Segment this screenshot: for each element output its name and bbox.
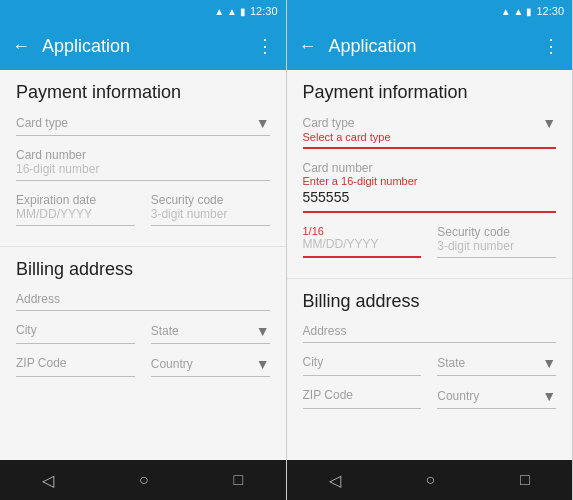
field-0-0[interactable]: Card type▼Select a card type <box>303 115 557 149</box>
back-nav-button[interactable]: ◁ <box>313 467 357 494</box>
field-label-1-2-col0: ZIP Code <box>303 388 422 402</box>
section-divider <box>287 278 573 279</box>
back-button[interactable]: ← <box>8 32 34 61</box>
signal-icon: ▲ <box>501 6 511 17</box>
field-label-0-0: Card type▼ <box>16 115 270 131</box>
section-title-0: Payment information <box>16 82 270 103</box>
field-1-1-col0[interactable]: City <box>16 323 135 344</box>
home-nav-button[interactable]: ○ <box>123 467 165 493</box>
battery-icon: ▮ <box>240 6 246 17</box>
field-label-1-1-col0: City <box>303 355 422 369</box>
field-0-2-col0[interactable]: Expiration dateMM/DD/YYYY <box>16 193 135 226</box>
field-label-1-2-col1: Country▼ <box>437 388 556 404</box>
two-col-row-1-1: CityState▼ <box>303 355 557 388</box>
field-0-2-col1[interactable]: Security code3-digit number <box>151 193 270 226</box>
field-label-1-2-col1: Country▼ <box>151 356 270 372</box>
field-placeholder-0-2-col1: 3-digit number <box>151 207 270 221</box>
field-error-msg-0-1: Enter a 16-digit number <box>303 175 557 187</box>
field-0-1[interactable]: Card number16-digit number <box>16 148 270 181</box>
status-bar: ▲ ▲ ▮ 12:30 <box>287 0 573 22</box>
content-area: Payment informationCard type▼Select a ca… <box>287 70 573 460</box>
field-value-0-1: 555555 <box>303 187 557 207</box>
phone-panel-left: ▲ ▲ ▮ 12:30 ← Application ⋮ Payment info… <box>0 0 287 500</box>
two-col-row-0-2: 1/16MM/DD/YYYYSecurity code3-digit numbe… <box>303 225 557 270</box>
wifi-icon: ▲ <box>514 6 524 17</box>
field-label-0-2-col1: Security code <box>437 225 556 239</box>
status-time: 12:30 <box>536 5 564 17</box>
field-1-1-col1[interactable]: State▼ <box>151 323 270 344</box>
recents-nav-button[interactable]: □ <box>504 467 546 493</box>
menu-button[interactable]: ⋮ <box>538 31 564 61</box>
app-bar-title: Application <box>329 36 531 57</box>
field-label-0-2-col1: Security code <box>151 193 270 207</box>
field-label-0-2-col0: Expiration date <box>16 193 135 207</box>
section-divider <box>0 246 286 247</box>
nav-bar: ◁○□ <box>0 460 286 500</box>
battery-icon: ▮ <box>526 6 532 17</box>
dropdown-arrow-icon: ▼ <box>256 356 270 372</box>
section-title-1: Billing address <box>303 291 557 312</box>
field-1-2-col1[interactable]: Country▼ <box>437 388 556 409</box>
recents-nav-button[interactable]: □ <box>217 467 259 493</box>
back-button[interactable]: ← <box>295 32 321 61</box>
back-nav-button[interactable]: ◁ <box>26 467 70 494</box>
app-bar: ← Application ⋮ <box>0 22 286 70</box>
field-label-0-2-col0: 1/16 <box>303 225 422 237</box>
field-1-2-col0[interactable]: ZIP Code <box>16 356 135 377</box>
two-col-row-1-2: ZIP CodeCountry▼ <box>16 356 270 389</box>
field-0-0[interactable]: Card type▼ <box>16 115 270 136</box>
field-error-msg-0-0: Select a card type <box>303 131 557 143</box>
field-label-1-1-col1: State▼ <box>151 323 270 339</box>
section-title-0: Payment information <box>303 82 557 103</box>
field-placeholder-0-2-col1: 3-digit number <box>437 239 556 253</box>
status-bar: ▲ ▲ ▮ 12:30 <box>0 0 286 22</box>
section-title-1: Billing address <box>16 259 270 280</box>
field-1-0[interactable]: Address <box>303 324 557 343</box>
field-1-1-col0[interactable]: City <box>303 355 422 376</box>
signal-icon: ▲ <box>214 6 224 17</box>
two-col-row-0-2: Expiration dateMM/DD/YYYYSecurity code3-… <box>16 193 270 238</box>
status-icons: ▲ ▲ ▮ <box>214 6 246 17</box>
home-nav-button[interactable]: ○ <box>410 467 452 493</box>
dropdown-arrow-icon: ▼ <box>542 388 556 404</box>
two-col-row-1-1: CityState▼ <box>16 323 270 356</box>
dropdown-arrow-icon: ▼ <box>256 115 270 131</box>
app-bar-title: Application <box>42 36 244 57</box>
dropdown-arrow-icon: ▼ <box>256 323 270 339</box>
field-1-1-col1[interactable]: State▼ <box>437 355 556 376</box>
field-label-0-0: Card type▼ <box>303 115 557 131</box>
menu-button[interactable]: ⋮ <box>252 31 278 61</box>
status-icons: ▲ ▲ ▮ <box>501 6 533 17</box>
field-placeholder-0-2-col0: MM/DD/YYYY <box>16 207 135 221</box>
field-label-1-0: Address <box>16 292 270 306</box>
two-col-row-1-2: ZIP CodeCountry▼ <box>303 388 557 421</box>
field-label-0-1: Card number <box>16 148 270 162</box>
field-1-2-col1[interactable]: Country▼ <box>151 356 270 377</box>
field-0-1[interactable]: Card numberEnter a 16-digit number555555 <box>303 161 557 213</box>
dropdown-arrow-icon: ▼ <box>542 355 556 371</box>
nav-bar: ◁○□ <box>287 460 573 500</box>
field-placeholder-0-1: 16-digit number <box>16 162 270 176</box>
field-0-2-col1[interactable]: Security code3-digit number <box>437 225 556 258</box>
phone-panel-right: ▲ ▲ ▮ 12:30 ← Application ⋮ Payment info… <box>287 0 574 500</box>
field-1-2-col0[interactable]: ZIP Code <box>303 388 422 409</box>
app-bar: ← Application ⋮ <box>287 22 573 70</box>
content-area: Payment informationCard type▼Card number… <box>0 70 286 460</box>
dropdown-arrow-icon: ▼ <box>542 115 556 131</box>
field-label-1-0: Address <box>303 324 557 338</box>
field-1-0[interactable]: Address <box>16 292 270 311</box>
field-0-2-col0[interactable]: 1/16MM/DD/YYYY <box>303 225 422 258</box>
status-time: 12:30 <box>250 5 278 17</box>
field-label-1-1-col1: State▼ <box>437 355 556 371</box>
field-placeholder-0-2-col0: MM/DD/YYYY <box>303 237 422 251</box>
wifi-icon: ▲ <box>227 6 237 17</box>
field-label-1-2-col0: ZIP Code <box>16 356 135 370</box>
field-label-1-1-col0: City <box>16 323 135 337</box>
field-label-0-1: Card number <box>303 161 557 175</box>
